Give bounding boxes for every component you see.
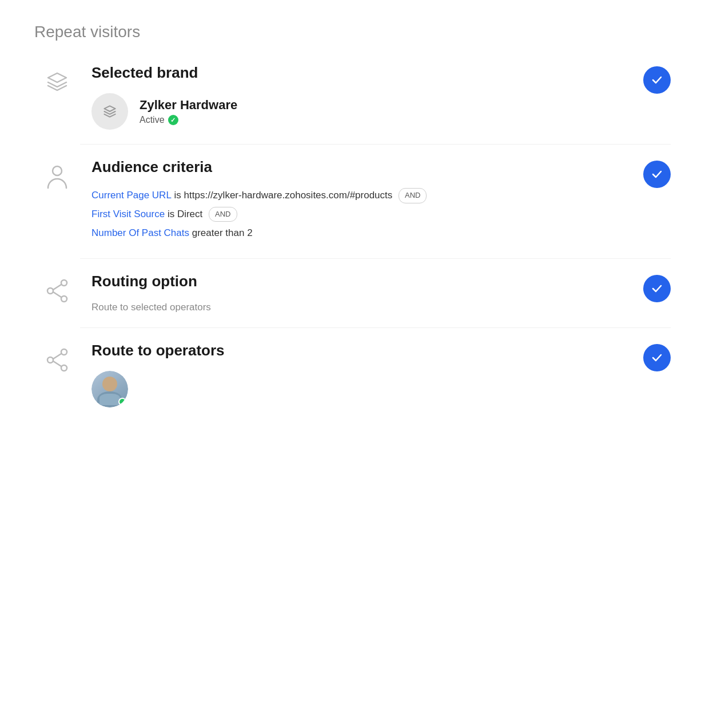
- selected-brand-title: Selected brand: [91, 64, 636, 82]
- page-title: Repeat visitors: [34, 23, 671, 41]
- selected-brand-check[interactable]: [636, 64, 671, 94]
- route-to-operators-section: Route to operators: [34, 342, 671, 407]
- person-icon: [34, 164, 80, 190]
- and-badge-1: AND: [399, 188, 427, 203]
- route-to-operators-check[interactable]: [636, 342, 671, 371]
- check-circle-routing[interactable]: [643, 275, 671, 302]
- active-status-icon: [168, 115, 178, 125]
- audience-criteria-content: Audience criteria Current Page URL is ht…: [80, 158, 636, 244]
- criteria-line-3: Number Of Past Chats greater than 2: [91, 225, 636, 242]
- routing-icon: [34, 278, 80, 303]
- criteria-field-2[interactable]: First Visit Source: [91, 209, 165, 219]
- brand-status-text: Active: [140, 115, 165, 125]
- audience-criteria-title: Audience criteria: [91, 158, 636, 176]
- svg-point-6: [47, 357, 53, 363]
- criteria-operator-2: is Direct: [168, 209, 202, 219]
- brand-info: Zylker Hardware Active: [140, 98, 237, 125]
- criteria-line-2: First Visit Source is Direct AND: [91, 206, 636, 223]
- svg-line-9: [53, 354, 61, 359]
- route-to-operators-title: Route to operators: [91, 342, 636, 359]
- svg-point-3: [61, 296, 67, 302]
- audience-criteria-section: Audience criteria Current Page URL is ht…: [34, 158, 671, 244]
- brand-status: Active: [140, 115, 237, 125]
- svg-point-0: [53, 166, 62, 175]
- criteria-line-1: Current Page URL is https://zylker-hardw…: [91, 187, 636, 204]
- selected-brand-content: Selected brand Zylker Hardware Active: [80, 64, 636, 130]
- routing-option-subtitle: Route to selected operators: [91, 302, 636, 313]
- svg-point-8: [61, 365, 67, 371]
- routing-option-check[interactable]: [636, 273, 671, 302]
- routing-option-content: Routing option Route to selected operato…: [80, 273, 636, 313]
- criteria-field-3[interactable]: Number Of Past Chats: [91, 227, 189, 238]
- svg-point-7: [61, 349, 67, 355]
- svg-line-4: [53, 285, 61, 290]
- criteria-operator-1: is https://zylker-hardware.zohosites.com…: [174, 190, 393, 201]
- brand-name: Zylker Hardware: [140, 98, 237, 113]
- svg-point-1: [47, 288, 53, 294]
- criteria-field-1[interactable]: Current Page URL: [91, 190, 172, 201]
- brand-avatar: [91, 93, 128, 130]
- route-to-operators-content: Route to operators: [80, 342, 636, 407]
- svg-line-10: [53, 361, 61, 366]
- brand-row: Zylker Hardware Active: [91, 93, 636, 130]
- check-circle-audience[interactable]: [643, 161, 671, 188]
- routing-option-title: Routing option: [91, 273, 636, 290]
- and-badge-2: AND: [209, 207, 237, 222]
- check-circle-brand[interactable]: [643, 66, 671, 94]
- routing-operators-icon: [34, 347, 80, 373]
- audience-criteria-check[interactable]: [636, 158, 671, 188]
- selected-brand-section: Selected brand Zylker Hardware Active: [34, 64, 671, 130]
- check-circle-operators[interactable]: [643, 344, 671, 371]
- criteria-operator-3: greater than 2: [192, 227, 253, 238]
- routing-option-section: Routing option Route to selected operato…: [34, 273, 671, 313]
- layers-icon: [34, 70, 80, 93]
- operator-avatar: [91, 371, 128, 407]
- svg-line-5: [53, 292, 61, 297]
- svg-point-2: [61, 280, 67, 286]
